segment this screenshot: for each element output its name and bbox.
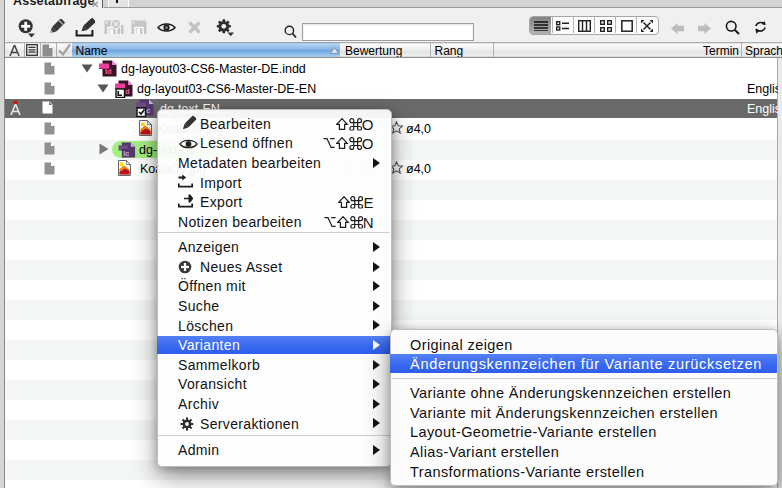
svg-text:d: d xyxy=(125,87,130,96)
svg-text:Ic: Ic xyxy=(123,149,129,158)
svg-text:c: c xyxy=(146,106,151,115)
svg-text:Id: Id xyxy=(105,67,112,76)
